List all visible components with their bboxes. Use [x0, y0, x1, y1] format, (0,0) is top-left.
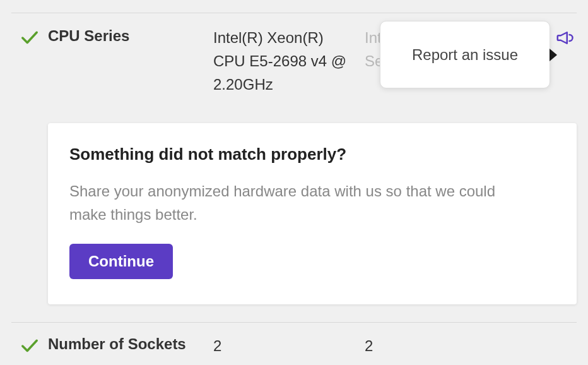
panel-title: Something did not match properly? [69, 145, 556, 164]
tooltip-text: Report an issue [412, 46, 518, 63]
detected-value: Intel(R) Xeon(R) CPU E5-2698 v4 @ 2.20GH… [213, 26, 365, 97]
expected-value: 2 [365, 334, 535, 357]
continue-button[interactable]: Continue [69, 244, 173, 279]
mismatch-panel: Something did not match properly? Share … [48, 123, 577, 304]
check-icon [20, 337, 39, 356]
status-cell [11, 26, 48, 47]
mismatch-panel-container: Something did not match properly? Share … [11, 123, 577, 304]
report-issue-button[interactable] [553, 26, 577, 50]
row-label: Number of Sockets [48, 334, 213, 353]
detected-value: 2 [213, 334, 365, 357]
check-icon [20, 28, 39, 47]
expected-value: Intel Xeon E5-2698 v4 Series Report an i… [365, 26, 535, 73]
tooltip-caret-icon [550, 49, 557, 61]
panel-body: Share your anonymized hardware data with… [69, 179, 536, 226]
table-row: CPU Series Intel(R) Xeon(R) CPU E5-2698 … [11, 13, 577, 112]
status-cell [11, 334, 48, 356]
table-row: Number of Sockets 2 2 [11, 322, 577, 365]
megaphone-icon [555, 28, 574, 47]
row-label: CPU Series [48, 26, 213, 45]
report-issue-tooltip[interactable]: Report an issue [380, 21, 550, 88]
